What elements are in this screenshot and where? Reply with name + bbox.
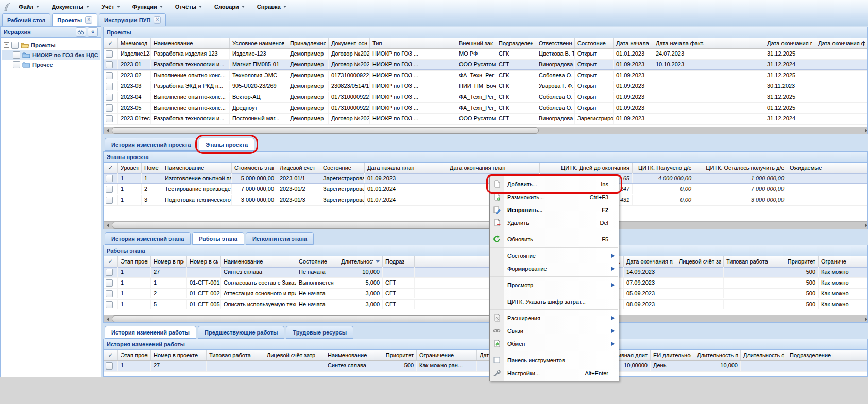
table-cell[interactable]: Договор №202... [329, 49, 370, 59]
table-cell[interactable]: 01.01.2024 [365, 184, 447, 194]
column-header[interactable]: ✓ [104, 256, 118, 267]
table-cell[interactable]: Выполнение опытно-конс... [151, 71, 230, 80]
table-cell[interactable]: 01.09.2023 [614, 60, 653, 69]
menu-item[interactable]: ОбновитьF5 [490, 233, 619, 245]
table-cell[interactable]: Открыт [575, 103, 614, 113]
column-header[interactable]: Подраз [383, 256, 415, 267]
section-tab[interactable]: Работы этапа [192, 232, 244, 245]
menu-item[interactable]: УдалитьDel [490, 216, 619, 229]
row-checkbox[interactable] [106, 175, 113, 182]
column-header[interactable]: Наименование [151, 38, 230, 48]
row-checkbox[interactable] [106, 186, 113, 193]
row-checkbox-cell[interactable] [104, 195, 118, 205]
column-header[interactable]: Наименование [221, 256, 296, 267]
table-cell[interactable]: 5 [151, 300, 187, 309]
row-checkbox[interactable] [106, 279, 113, 287]
table-cell[interactable]: НИИ_НМ_Бочв... [456, 81, 496, 91]
menubar-item-словари[interactable]: Словари [209, 2, 250, 11]
table-cell[interactable] [815, 114, 867, 124]
table-cell[interactable]: 2023-05 [118, 103, 151, 113]
table-cell[interactable]: Подготовка технического отчета с... [162, 195, 232, 205]
table-cell[interactable]: 01-СГТ-002 [187, 289, 221, 298]
table-cell[interactable] [676, 300, 724, 309]
column-header[interactable]: Номер в проекте [151, 350, 207, 360]
table-cell[interactable]: 017310000922... [329, 71, 370, 80]
table-cell[interactable]: СГК [496, 49, 536, 59]
table-cell[interactable]: 2023-02 [118, 71, 151, 80]
table-cell[interactable]: НИОКР по ГОЗ ... [370, 103, 456, 113]
tree-checkbox[interactable] [11, 42, 19, 49]
menu-item[interactable]: ЦИТК. Указать шифр затрат... [490, 295, 619, 308]
table-cell[interactable]: 2023-01/1 [277, 173, 320, 183]
table-cell[interactable]: 31.12.2025 [764, 92, 815, 102]
table-cell[interactable]: 01.09.2023 [614, 81, 653, 91]
table-cell[interactable] [653, 103, 764, 113]
tab-close-icon[interactable]: × [154, 16, 161, 24]
table-cell[interactable]: 905-U020-23/269 [230, 81, 287, 91]
row-checkbox-cell[interactable] [104, 49, 118, 59]
table-cell[interactable]: СГК [496, 103, 536, 113]
table-cell[interactable]: 14.09.2023 [624, 267, 676, 277]
row-checkbox-cell[interactable] [104, 103, 118, 113]
table-row[interactable]: 2023-04Выполнение опытно-конс...Вектор-А… [104, 92, 867, 103]
table-cell[interactable] [187, 267, 221, 277]
table-cell[interactable]: Описать используемую технологию [221, 300, 296, 309]
table-cell[interactable] [653, 71, 764, 80]
tree-item[interactable]: Прочее [2, 60, 100, 69]
row-checkbox-cell[interactable] [104, 60, 118, 69]
table-cell[interactable]: Дредноут [230, 103, 287, 113]
column-header[interactable]: Принадлежность [287, 38, 329, 48]
table-cell[interactable]: 01.09.2023 [614, 114, 653, 124]
table-cell[interactable] [653, 81, 764, 91]
table-cell[interactable]: Открыт [575, 81, 614, 91]
menubar-item-документы[interactable]: Документы [46, 2, 94, 11]
table-cell[interactable]: 1 [142, 173, 162, 183]
section-tab[interactable]: История изменений работы [105, 326, 196, 339]
table-cell[interactable]: Открыт [575, 92, 614, 102]
row-checkbox[interactable] [106, 104, 113, 112]
window-tab[interactable]: Инструкции ПУП× [99, 13, 166, 26]
table-cell[interactable] [724, 300, 771, 309]
column-header[interactable]: Дата окончания план [624, 256, 676, 267]
table-cell[interactable]: 017310000922... [329, 92, 370, 102]
table-cell[interactable]: СГТ [496, 60, 536, 69]
column-header[interactable]: Состояние [320, 163, 365, 173]
table-cell[interactable]: НИОКР по ГОЗ ... [370, 60, 456, 69]
table-cell[interactable]: Открыт [575, 71, 614, 80]
table-cell[interactable] [787, 184, 867, 194]
table-cell[interactable]: Демопример [287, 103, 329, 113]
tree-checkbox[interactable] [13, 51, 20, 59]
column-header[interactable]: Подразделение-ис [787, 350, 836, 360]
table-cell[interactable]: Изделие123 [118, 49, 151, 59]
table-cell[interactable] [815, 71, 867, 80]
table-cell[interactable]: НИОКР по ГОЗ ... [370, 114, 456, 124]
scroll-right-icon[interactable] [859, 127, 867, 134]
table-cell[interactable]: Зарегистрирован [320, 184, 365, 194]
table-row[interactable]: 127Синтез сплаваНе начата10,00014.09.202… [104, 267, 867, 278]
table-cell[interactable]: Выполнение опытно-конс... [151, 92, 230, 102]
column-header[interactable]: Документ-основан [329, 38, 370, 48]
table-cell[interactable]: ООО Русатом ... [456, 114, 496, 124]
column-header[interactable]: Этап проекта [118, 350, 151, 360]
table-cell[interactable]: Не начата [296, 300, 338, 309]
table-cell[interactable]: МО РФ [456, 49, 496, 59]
table-cell[interactable]: 3 000 000,00 [694, 195, 787, 205]
table-cell[interactable]: Разработка ЭКД и РКД н... [151, 81, 230, 91]
row-checkbox[interactable] [106, 269, 113, 276]
table-cell[interactable]: Разработка технологии и... [151, 114, 230, 124]
table-cell[interactable]: 1 [118, 173, 142, 183]
menu-item[interactable]: Связи [490, 324, 619, 337]
table-cell[interactable]: Договор №202... [329, 60, 370, 69]
table-cell[interactable]: Изготовление опытной партии ПМ0... [162, 173, 232, 183]
table-cell[interactable] [815, 49, 867, 59]
table-cell[interactable] [787, 173, 867, 183]
table-cell[interactable]: 08.09.2023 [624, 300, 676, 309]
column-header[interactable]: Дата окончания план [447, 163, 540, 173]
table-cell[interactable]: 2023-01/2 [277, 184, 320, 194]
table-cell[interactable]: 500 [771, 300, 819, 309]
table-row[interactable]: 2023-01тестРазработка технологии и...Пос… [104, 114, 867, 125]
table-cell[interactable]: 05.09.2023 [624, 289, 676, 298]
tree-item[interactable]: −Проекты [2, 40, 100, 50]
table-cell[interactable]: СГТ [496, 114, 536, 124]
table-row[interactable]: 13Подготовка технического отчета с...3 0… [104, 195, 867, 206]
